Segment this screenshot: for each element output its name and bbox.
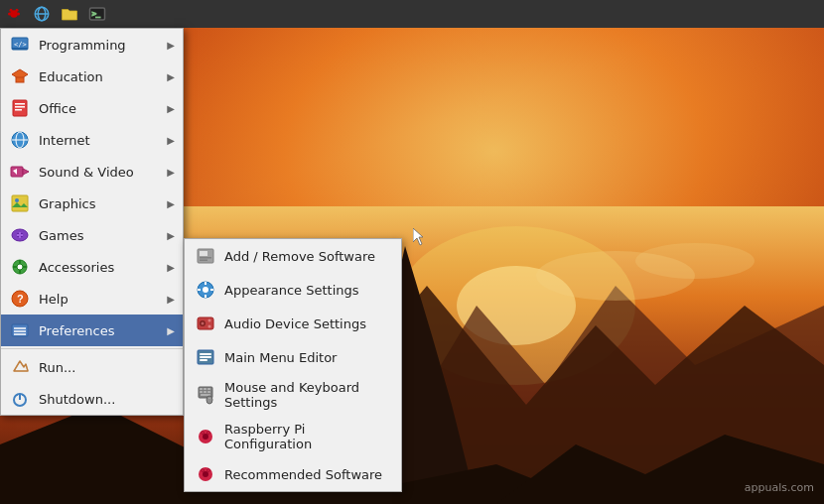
svg-rect-26 <box>13 100 27 116</box>
accessories-arrow: ▶ <box>167 262 175 273</box>
graphics-arrow: ▶ <box>167 198 175 209</box>
svg-rect-69 <box>198 289 201 291</box>
preferences-arrow: ▶ <box>167 325 175 336</box>
svg-rect-79 <box>200 359 207 361</box>
svg-rect-78 <box>200 356 211 358</box>
add-remove-software-label: Add / Remove Software <box>224 249 375 264</box>
terminal-taskbar-icon[interactable]: >_ <box>83 0 111 28</box>
menu-item-programming[interactable]: </> Programming ▶ <box>1 29 183 61</box>
menu-item-sound-video[interactable]: Sound & Video ▶ <box>1 156 183 188</box>
svg-rect-84 <box>200 391 203 393</box>
sound-video-icon <box>9 161 31 183</box>
shutdown-icon <box>9 388 31 410</box>
programming-label: Programming <box>39 38 126 53</box>
svg-rect-36 <box>12 195 28 211</box>
main-menu-editor-label: Main Menu Editor <box>224 350 337 365</box>
svg-point-93 <box>207 432 210 435</box>
education-arrow: ▶ <box>167 71 175 82</box>
recommended-software-label: Recommended Software <box>224 467 382 482</box>
mouse-keyboard-settings-icon <box>195 384 216 406</box>
folder-taskbar-icon[interactable] <box>56 0 83 28</box>
preferences-label: Preferences <box>39 323 114 338</box>
shutdown-label: Shutdown... <box>39 392 115 407</box>
svg-text:?: ? <box>17 293 24 305</box>
menu-item-run[interactable]: Run... <box>1 351 183 383</box>
programming-icon: </> <box>9 34 31 56</box>
svg-marker-98 <box>413 228 423 245</box>
accessories-icon <box>9 256 31 278</box>
menu-item-shutdown[interactable]: Shutdown... <box>1 383 183 415</box>
svg-point-13 <box>16 9 19 12</box>
accessories-label: Accessories <box>39 260 114 275</box>
svg-point-14 <box>8 13 11 16</box>
menu-item-office[interactable]: Office ▶ <box>1 92 183 124</box>
add-remove-software-icon <box>195 245 216 267</box>
svg-marker-34 <box>23 169 29 175</box>
svg-point-12 <box>10 9 13 12</box>
svg-point-9 <box>635 243 755 279</box>
games-arrow: ▶ <box>167 230 175 241</box>
svg-rect-63 <box>200 257 211 259</box>
raspberry-pi-config-label: Raspberry Pi Configuration <box>224 422 391 451</box>
svg-text:</>: </> <box>14 41 27 49</box>
svg-rect-82 <box>204 388 206 390</box>
svg-rect-48 <box>23 266 27 268</box>
office-arrow: ▶ <box>167 103 175 114</box>
graphics-icon <box>9 192 31 214</box>
svg-rect-86 <box>207 391 210 393</box>
office-icon <box>9 97 31 119</box>
games-label: Games <box>39 228 83 243</box>
svg-rect-67 <box>205 282 206 285</box>
internet-arrow: ▶ <box>167 135 175 146</box>
help-arrow: ▶ <box>167 294 175 305</box>
svg-point-75 <box>208 325 211 328</box>
menu-item-graphics[interactable]: Graphics ▶ <box>1 188 183 219</box>
svg-rect-77 <box>200 353 211 355</box>
run-icon <box>9 356 31 378</box>
internet-label: Internet <box>39 133 90 148</box>
submenu-item-mouse-keyboard-settings[interactable]: Mouse and Keyboard Settings <box>185 374 401 416</box>
preferences-submenu: Add / Remove Software Appearance Setting… <box>184 238 402 492</box>
globe-taskbar-icon[interactable] <box>28 0 56 28</box>
svg-point-95 <box>203 471 208 477</box>
svg-rect-25 <box>16 77 24 82</box>
submenu-item-raspberry-pi-config[interactable]: Raspberry Pi Configuration <box>185 416 401 457</box>
submenu-item-appearance-settings[interactable]: Appearance Settings <box>185 273 401 307</box>
help-label: Help <box>39 292 69 307</box>
svg-rect-68 <box>205 295 206 298</box>
audio-device-settings-label: Audio Device Settings <box>224 316 366 331</box>
svg-rect-62 <box>200 251 207 256</box>
submenu-item-add-remove-software[interactable]: Add / Remove Software <box>185 239 401 273</box>
watermark: appuals.com <box>745 481 814 494</box>
svg-point-97 <box>207 469 210 472</box>
menu-item-preferences[interactable]: Preferences ▶ <box>1 315 183 346</box>
menu-item-internet[interactable]: Internet ▶ <box>1 124 183 156</box>
education-label: Education <box>39 69 103 84</box>
games-icon <box>9 224 31 246</box>
submenu-item-recommended-software[interactable]: Recommended Software <box>185 457 401 491</box>
svg-rect-70 <box>210 289 213 291</box>
svg-rect-29 <box>15 109 22 111</box>
menu-item-help[interactable]: ? Help ▶ <box>1 283 183 315</box>
svg-point-74 <box>208 319 211 322</box>
menu-item-accessories[interactable]: Accessories ▶ <box>1 251 183 283</box>
preferences-icon <box>9 319 31 341</box>
recommended-software-icon <box>195 463 216 485</box>
main-menu-editor-icon <box>195 346 216 368</box>
watermark-text: appuals.com <box>745 481 814 494</box>
menu-item-education[interactable]: Education ▶ <box>1 61 183 92</box>
svg-rect-45 <box>19 260 21 264</box>
svg-rect-27 <box>15 103 25 105</box>
menu-item-games[interactable]: Games ▶ <box>1 219 183 251</box>
education-icon <box>9 65 31 87</box>
raspberry-pi-taskbar-icon[interactable] <box>0 0 28 28</box>
svg-rect-46 <box>19 270 21 274</box>
submenu-item-main-menu-editor[interactable]: Main Menu Editor <box>185 340 401 374</box>
svg-rect-81 <box>200 388 203 390</box>
raspberry-pi-config-icon <box>195 426 216 447</box>
svg-point-44 <box>17 264 23 270</box>
svg-text:>_: >_ <box>92 10 101 18</box>
programming-arrow: ▶ <box>167 40 175 51</box>
submenu-item-audio-device-settings[interactable]: Audio Device Settings <box>185 307 401 340</box>
svg-rect-42 <box>17 234 23 236</box>
